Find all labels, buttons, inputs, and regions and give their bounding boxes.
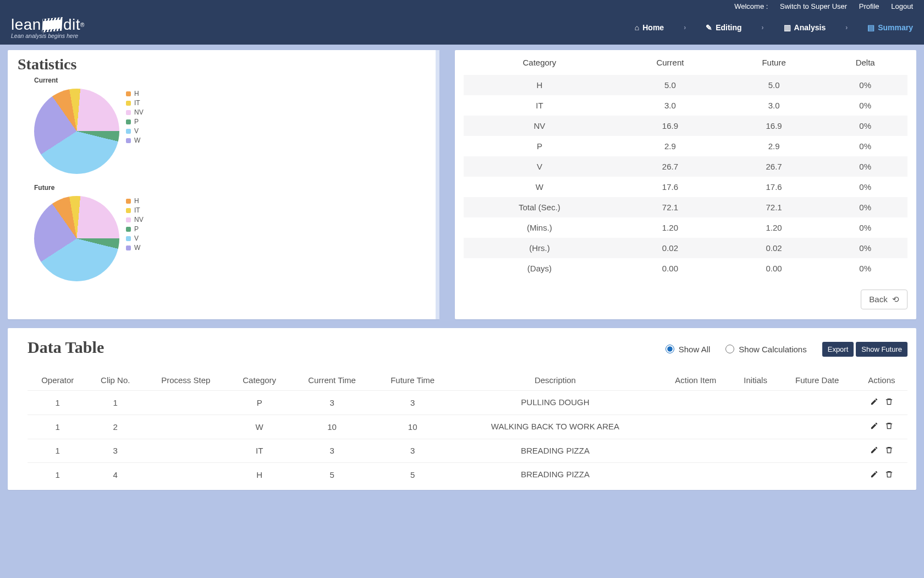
summary-cell: 0% — [823, 258, 908, 279]
data-header-cell: Initials — [733, 370, 779, 391]
data-header-cell: Actions — [856, 370, 908, 391]
profile-link[interactable]: Profile — [859, 2, 879, 10]
data-cell-category: W — [229, 415, 290, 439]
chevron-right-icon: › — [762, 24, 764, 31]
show-all-radio[interactable]: Show All — [666, 345, 711, 354]
show-calc-radio-input[interactable] — [725, 345, 734, 353]
show-all-radio-input[interactable] — [666, 345, 674, 353]
delete-icon[interactable] — [885, 397, 893, 407]
summary-cell: 3.0 — [615, 95, 725, 116]
summary-cell: 0% — [823, 116, 908, 136]
legend-label: NV — [134, 108, 144, 116]
data-header-cell: Category — [229, 370, 290, 391]
data-cell-clip: 2 — [87, 415, 143, 439]
legend-label: P — [134, 225, 139, 233]
legend-item: H — [126, 90, 144, 97]
data-cell-date — [779, 463, 856, 487]
summary-cell: 72.1 — [725, 197, 823, 217]
summary-cell: 1.20 — [615, 217, 725, 238]
data-header-cell: Clip No. — [87, 370, 143, 391]
data-cell-category: H — [229, 463, 290, 487]
summary-row: W17.617.60% — [464, 177, 908, 197]
legend-item: P — [126, 225, 144, 233]
legend-swatch — [126, 236, 131, 241]
summary-table: CategoryCurrentFutureDelta H5.05.00%IT3.… — [464, 50, 908, 279]
chart-icon: ▥ — [784, 23, 791, 32]
logo[interactable]: lean dit ® Lean analysis begins here — [11, 16, 85, 39]
data-cell-action — [659, 439, 733, 463]
statistics-title: Statistics — [18, 56, 430, 73]
chart-legend: HITNVPVW — [126, 90, 144, 144]
summary-cell: 5.0 — [725, 75, 823, 95]
data-cell-actions — [856, 463, 908, 487]
edit-icon[interactable] — [870, 446, 878, 456]
legend-item: W — [126, 137, 144, 144]
chevron-right-icon: › — [845, 24, 848, 31]
nav-summary[interactable]: ▤ Summary — [867, 23, 913, 32]
utility-bar: Welcome : Switch to Super User Profile L… — [0, 0, 924, 13]
nav-home[interactable]: ⌂ Home — [635, 23, 664, 32]
legend-item: V — [126, 235, 144, 242]
nav-home-label: Home — [642, 23, 664, 32]
edit-icon[interactable] — [870, 470, 878, 480]
data-row: 12W1010WALKING BACK TO WORK AREA — [28, 415, 908, 439]
summary-row: IT3.03.00% — [464, 95, 908, 116]
nav-analysis[interactable]: ▥ Analysis — [784, 23, 826, 32]
nav-summary-label: Summary — [878, 23, 913, 32]
legend-label: W — [134, 244, 140, 252]
data-cell-current: 3 — [290, 439, 374, 463]
chart-legend: HITNVPVW — [126, 197, 144, 252]
summary-cell: 0% — [823, 95, 908, 116]
summary-cell: 16.9 — [725, 116, 823, 136]
delete-icon[interactable] — [885, 422, 893, 432]
edit-icon[interactable] — [870, 422, 878, 432]
data-cell-operator: 1 — [28, 415, 87, 439]
legend-swatch — [126, 199, 131, 204]
legend-swatch — [126, 91, 131, 96]
delete-icon[interactable] — [885, 470, 893, 480]
summary-cell: H — [464, 75, 615, 95]
summary-cell: IT — [464, 95, 615, 116]
legend-label: W — [134, 137, 140, 144]
switch-user-link[interactable]: Switch to Super User — [780, 2, 847, 10]
data-cell-date — [779, 415, 856, 439]
summary-row: Total (Sec.)72.172.10% — [464, 197, 908, 217]
back-button[interactable]: Back ⟲ — [861, 290, 908, 309]
data-row: 13IT33BREADING PIZZA — [28, 439, 908, 463]
data-cell-description: BREADING PIZZA — [452, 463, 659, 487]
data-cell-future: 5 — [373, 463, 452, 487]
legend-swatch — [126, 129, 131, 134]
summary-cell: 0% — [823, 177, 908, 197]
data-cell-operator: 1 — [28, 391, 87, 415]
summary-cell: 0% — [823, 217, 908, 238]
export-button[interactable]: Export — [822, 342, 854, 357]
pie-chart — [34, 196, 119, 281]
logout-link[interactable]: Logout — [891, 2, 913, 10]
data-row: 11P33PULLING DOUGH — [28, 391, 908, 415]
data-header-cell: Future Time — [373, 370, 452, 391]
registered-icon: ® — [80, 22, 85, 28]
nav-editing-label: Editing — [716, 23, 741, 32]
summary-cell: 0% — [823, 238, 908, 258]
legend-swatch — [126, 110, 131, 115]
edit-icon[interactable] — [870, 397, 878, 407]
show-all-label: Show All — [679, 345, 711, 354]
summary-cell: 0.02 — [725, 238, 823, 258]
edit-icon: ✎ — [706, 23, 712, 32]
summary-cell: (Days) — [464, 258, 615, 279]
data-cell-clip: 3 — [87, 439, 143, 463]
legend-label: V — [134, 127, 139, 135]
legend-label: NV — [134, 216, 144, 223]
legend-swatch — [126, 217, 131, 222]
show-calc-radio[interactable]: Show Calculations — [725, 345, 806, 354]
summary-cell: 0% — [823, 156, 908, 177]
home-icon: ⌂ — [635, 23, 639, 32]
show-future-button[interactable]: Show Future — [856, 342, 908, 357]
data-table: OperatorClip No.Process StepCategoryCurr… — [28, 370, 908, 487]
summary-cell: 17.6 — [725, 177, 823, 197]
delete-icon[interactable] — [885, 446, 893, 456]
data-cell-process — [143, 415, 229, 439]
nav-editing[interactable]: ✎ Editing — [706, 23, 741, 32]
logo-text-right: dit — [63, 16, 80, 34]
legend-item: V — [126, 127, 144, 135]
